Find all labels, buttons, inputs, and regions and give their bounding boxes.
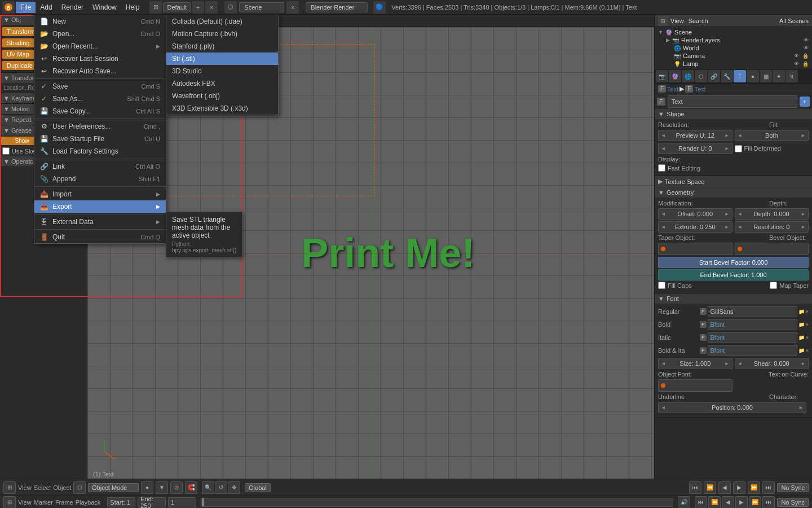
bevel-obj-field[interactable] xyxy=(735,243,809,255)
prop-data-icon[interactable]: T xyxy=(734,70,746,82)
font-name-field[interactable]: Text xyxy=(668,95,797,108)
menu-append[interactable]: 📎 Append Shift F1 xyxy=(34,173,166,185)
size-right[interactable]: ► xyxy=(725,361,730,366)
outliner-icon[interactable]: ⊞ xyxy=(658,16,668,26)
menu-ext-data[interactable]: 🗄 External Data ▶ xyxy=(34,216,166,228)
position-field[interactable]: ◄ Position: 0.000 ► xyxy=(658,402,806,413)
tree-item-renderlayers[interactable]: ▶ 📷 RenderLayers 👁 xyxy=(656,36,811,44)
menu-file[interactable]: File xyxy=(16,2,36,13)
fill-right[interactable]: ► xyxy=(801,133,806,138)
menu-add[interactable]: Add xyxy=(36,2,56,13)
fast-editing-label[interactable]: Fast Editing xyxy=(658,164,700,172)
export-fbx[interactable]: Autodesk FBX xyxy=(166,77,278,90)
menu-export[interactable]: 📤 Export ▶ xyxy=(34,200,166,213)
menu-save-as[interactable]: ✓ Save As... Shift Cmd S xyxy=(34,93,166,105)
menu-link[interactable]: 🔗 Link Ctrl Alt O xyxy=(34,160,166,173)
audio-icon[interactable]: 🔊 xyxy=(678,496,690,509)
bolditalic-folder-icon[interactable]: 📁 xyxy=(798,348,805,353)
menu-factory[interactable]: 🔧 Load Factory Settings xyxy=(34,145,166,157)
font-header[interactable]: ▼ Font xyxy=(655,294,812,304)
render-u-field[interactable]: ◄ Render U: 0 ► xyxy=(658,143,732,154)
object-mode-icon[interactable]: ⬡ xyxy=(73,481,86,494)
prop-particles-icon[interactable]: ✦ xyxy=(773,70,785,82)
italic-font-field[interactable]: Bfont xyxy=(708,332,797,343)
prop-constraints-icon[interactable]: 🔗 xyxy=(708,70,720,82)
menu-new[interactable]: 📄 New Cmd N xyxy=(34,15,166,28)
italic-x-icon[interactable]: × xyxy=(806,335,809,340)
layout-grid-icon[interactable]: ⊞ xyxy=(149,1,162,14)
marker-timeline[interactable]: Marker xyxy=(34,499,53,506)
tl-jump-end[interactable]: ⏭ xyxy=(762,496,775,509)
size-field[interactable]: ◄ Size: 1.000 ► xyxy=(658,358,732,369)
tree-item-camera[interactable]: 📷 Camera 👁 🔒 xyxy=(656,52,811,60)
shear-left[interactable]: ◄ xyxy=(738,361,743,366)
prev-frame-icon[interactable]: ⏪ xyxy=(704,481,716,494)
snap-icon[interactable]: 🧲 xyxy=(185,481,197,494)
preview-u-field[interactable]: ◄ Preview U: 12 ► xyxy=(658,130,732,141)
timeline-icon[interactable]: ⊞ xyxy=(3,496,16,509)
tl-play-rev[interactable]: ◀ xyxy=(722,496,734,509)
timeline-bar[interactable] xyxy=(201,498,673,507)
menu-recover-last[interactable]: ↩ Recover Last Session xyxy=(34,52,166,65)
prop-obj-icon[interactable]: ⬡ xyxy=(695,70,707,82)
jump-start-icon[interactable]: ⏮ xyxy=(689,481,701,494)
bevel-res-field[interactable]: ◄ Resolution: 0 ► xyxy=(735,221,809,233)
prop-material-icon[interactable]: ● xyxy=(747,70,759,82)
frame-timeline[interactable]: Frame xyxy=(55,499,73,506)
italic-folder-icon[interactable]: 📁 xyxy=(798,335,805,340)
ext-right[interactable]: ► xyxy=(725,224,730,230)
use-sketching-checkbox[interactable] xyxy=(2,147,10,155)
export-obj[interactable]: Wavefront (.obj) xyxy=(166,90,278,102)
menu-save[interactable]: ✓ Save Cmd S xyxy=(34,80,166,93)
pos-left[interactable]: ◄ xyxy=(661,405,666,410)
rotate-icon[interactable]: ↺ xyxy=(215,481,227,494)
export-3dstudio[interactable]: 3D Studio xyxy=(166,65,278,77)
objfont-field[interactable] xyxy=(658,379,732,392)
taper-field[interactable] xyxy=(658,243,732,255)
font-add-icon[interactable]: + xyxy=(800,97,810,107)
bold-x-icon[interactable]: × xyxy=(806,322,809,327)
bolditalic-font-field[interactable]: Bfont xyxy=(708,345,797,356)
view-label-out[interactable]: View xyxy=(670,17,684,24)
texture-space-header[interactable]: ▶ Texture Space xyxy=(655,176,812,187)
menu-user-prefs[interactable]: ⚙ User Preferences... Cmd , xyxy=(34,120,166,133)
ext-left[interactable]: ◄ xyxy=(661,224,666,230)
extrude-field[interactable]: ◄ Extrude: 0.250 ► xyxy=(658,221,732,233)
all-scenes-label[interactable]: All Scenes xyxy=(779,17,809,24)
transform-orientation[interactable]: Global xyxy=(245,483,271,492)
cam-lock[interactable]: 🔒 xyxy=(802,53,809,59)
export-stanford[interactable]: Stanford (.ply) xyxy=(166,40,278,52)
export-submenu[interactable]: Collada (Default) (.dae) Motion Capture … xyxy=(166,15,279,115)
next-frame-icon[interactable]: ⏩ xyxy=(748,481,760,494)
layout-default[interactable]: Default xyxy=(163,2,191,12)
lamp-lock[interactable]: 🔒 xyxy=(802,61,809,67)
zoom-icon[interactable]: 🔍 xyxy=(202,481,214,494)
bres-left[interactable]: ◄ xyxy=(738,224,743,230)
start-field[interactable]: Start: 1 xyxy=(107,497,135,507)
cam-vis[interactable]: 👁 xyxy=(794,53,799,59)
menu-save-copy[interactable]: 💾 Save Copy... Ctrl Alt S xyxy=(34,105,166,117)
menu-recover-auto[interactable]: ↩ Recover Auto Save... xyxy=(34,65,166,77)
regular-font-field[interactable]: GillSans xyxy=(708,306,797,317)
fast-editing-cb[interactable] xyxy=(658,164,665,172)
tree-item-scene[interactable]: ▼ 🔮 Scene xyxy=(656,28,811,36)
regular-folder-icon[interactable]: 📁 xyxy=(798,309,805,314)
tl-play[interactable]: ▶ xyxy=(735,496,748,509)
tl-prev[interactable]: ⏪ xyxy=(708,496,721,509)
dep-left[interactable]: ◄ xyxy=(738,211,743,217)
fill-left[interactable]: ◄ xyxy=(738,133,743,138)
pivot-icon[interactable]: ⊙ xyxy=(170,481,183,494)
select-label-bot[interactable]: Select xyxy=(34,484,51,491)
prev-u-right[interactable]: ► xyxy=(725,133,730,138)
depth-field[interactable]: ◄ Depth: 0.000 ► xyxy=(735,208,809,220)
menu-open[interactable]: 📂 Open... Cmd O xyxy=(34,28,166,40)
menu-import[interactable]: 📥 Import ▶ xyxy=(34,188,166,200)
shading-select[interactable]: ▼ xyxy=(156,481,168,494)
view-timeline[interactable]: View xyxy=(18,499,32,506)
pos-right[interactable]: ► xyxy=(798,405,804,410)
prev-u-left[interactable]: ◄ xyxy=(661,133,666,138)
start-bevel-factor-btn[interactable]: Start Bevel Factor: 0.000 xyxy=(658,257,809,268)
geometry-header[interactable]: ▼ Geometry xyxy=(655,187,812,198)
layout-add-icon[interactable]: + xyxy=(192,1,204,14)
export-collada[interactable]: Collada (Default) (.dae) xyxy=(166,15,278,28)
